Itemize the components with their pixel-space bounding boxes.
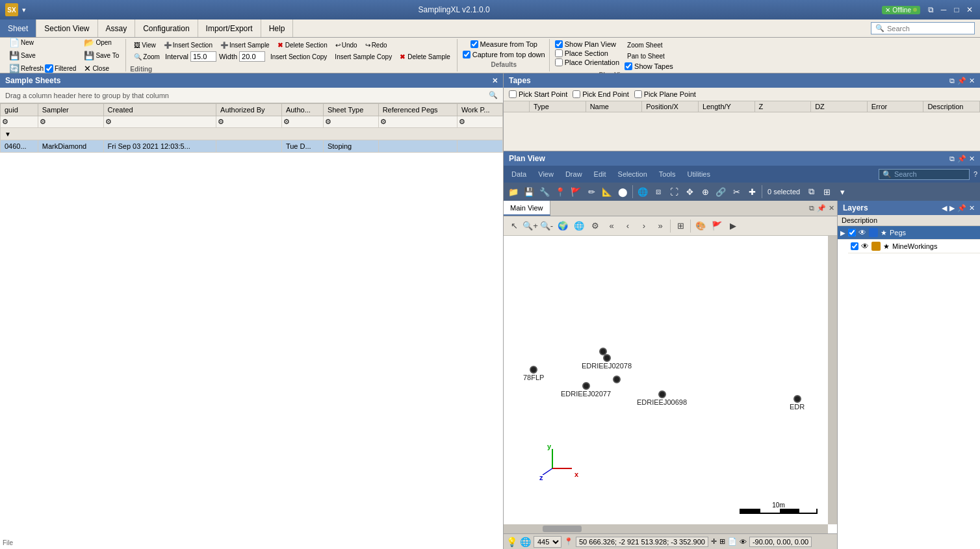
menu-tab-sheet[interactable]: Sheet	[0, 19, 36, 37]
save-to-button[interactable]: 💾 Save To	[81, 49, 122, 62]
plan-view-restore-btn[interactable]: ⧉	[949, 155, 955, 163]
mi-globe2-btn[interactable]: 🌐	[571, 218, 587, 234]
plan-view-close-btn[interactable]: ✕	[969, 155, 975, 163]
layer-eye-pegs[interactable]: 👁	[858, 228, 866, 237]
pv-search-box[interactable]: 🔍	[879, 169, 970, 180]
mi-back-back-btn[interactable]: «	[604, 218, 619, 234]
pt-open-btn[interactable]: 📁	[506, 185, 521, 199]
mi-gear-btn[interactable]: ⚙	[587, 218, 603, 234]
pt-crop-btn[interactable]: ⊕	[698, 185, 712, 199]
pt-settings-btn[interactable]: 🔧	[537, 185, 552, 199]
layers-forward-btn[interactable]: ▶	[949, 204, 955, 212]
measure-from-top-checkbox[interactable]	[471, 40, 478, 48]
eye-icon[interactable]: 👁	[740, 538, 747, 546]
mv-restore-btn[interactable]: ⧉	[809, 204, 814, 212]
layer-check-pegs[interactable]	[848, 229, 856, 236]
map-vertical-scrollbar[interactable]	[828, 236, 837, 524]
insert-sample-copy-button[interactable]: Insert Sample Copy	[332, 52, 394, 62]
pt-move-btn[interactable]: ✥	[682, 185, 697, 199]
tapes-col-error[interactable]: Error	[868, 101, 924, 112]
tapes-restore-btn[interactable]: ⧉	[949, 77, 955, 85]
col-header-authorized-by[interactable]: Authorized By	[216, 104, 282, 116]
pick-end-point-checkbox[interactable]	[573, 90, 580, 98]
col-header-work-p[interactable]: Work P...	[457, 104, 502, 116]
sample-sheets-close[interactable]: ✕	[492, 77, 498, 85]
map-area[interactable]: 78FLP EDRIEEJ02078 EDRIEEJ0	[504, 236, 837, 533]
tapes-col-type[interactable]: Type	[530, 101, 586, 112]
width-input[interactable]	[239, 51, 265, 62]
elevation-select[interactable]: 445	[534, 536, 561, 548]
col-header-created[interactable]: Created	[103, 104, 216, 116]
bottom-lightbulb-icon[interactable]: 💡	[506, 537, 517, 547]
pan-to-sheet-button[interactable]: Pan to Sheet	[625, 51, 673, 61]
redo-button[interactable]: ↪ Redo	[363, 40, 390, 50]
insert-section-copy-button[interactable]: Insert Section Copy	[268, 52, 329, 62]
show-plan-view-checkbox[interactable]	[555, 40, 563, 48]
plan-view-pin-btn[interactable]: 📌	[957, 155, 966, 163]
pt-location-btn[interactable]: 📍	[553, 185, 567, 199]
menu-tab-section-view[interactable]: Section View	[36, 19, 97, 37]
layer-check-mineworkings[interactable]	[851, 242, 858, 250]
layers-pin-btn[interactable]: 📌	[957, 204, 966, 212]
menu-search-input[interactable]	[887, 25, 970, 32]
pt-layers-btn[interactable]: ⧇	[651, 185, 665, 199]
tapes-col-position[interactable]: Position/X	[642, 101, 699, 112]
mi-cursor-btn[interactable]: ↖	[506, 218, 522, 234]
mi-zoom-out-btn[interactable]: 🔍-	[539, 218, 554, 234]
tapes-col-z[interactable]: Z	[755, 101, 812, 112]
capture-from-top-checkbox[interactable]	[463, 51, 471, 58]
tapes-col-name[interactable]: Name	[586, 101, 643, 112]
tapes-close-btn[interactable]: ✕	[969, 77, 975, 85]
pt-draw-btn[interactable]: ✏	[584, 185, 599, 199]
toggle-cell[interactable]: ▼	[1, 128, 503, 140]
col-header-referenced-pegs[interactable]: Referenced Pegs	[378, 104, 457, 116]
close-button-tb[interactable]: ✕ Close	[81, 62, 122, 75]
mi-forward-btn[interactable]: ›	[636, 218, 652, 234]
place-orientation-checkbox[interactable]	[555, 58, 563, 66]
scroll-thumb-horizontal[interactable]	[543, 526, 582, 532]
maximize-button[interactable]: □	[951, 5, 962, 15]
tapes-col-dz[interactable]: DZ	[811, 101, 868, 112]
pt-scissors-btn[interactable]: ✂	[729, 185, 743, 199]
map-horizontal-scrollbar[interactable]	[504, 524, 828, 533]
pv-tab-utilities[interactable]: Utilities	[682, 169, 716, 179]
insert-sample-button[interactable]: ➕ Insert Sample	[218, 40, 272, 50]
refresh-button[interactable]: 🔄 Refresh Filtered	[6, 62, 79, 75]
menu-search-box[interactable]: 🔍	[871, 22, 975, 34]
menu-tab-import-export[interactable]: Import/Export	[198, 19, 261, 37]
pick-start-point-checkbox[interactable]	[509, 90, 517, 98]
interval-input[interactable]	[190, 51, 216, 62]
mi-forward-forward-btn[interactable]: »	[652, 218, 668, 234]
insert-section-button[interactable]: ➕ Insert Section	[161, 40, 215, 50]
bottom-globe-icon[interactable]: 🌐	[520, 537, 531, 547]
pt-link-btn[interactable]: 🔗	[714, 185, 728, 199]
mi-globe1-btn[interactable]: 🌍	[555, 218, 571, 234]
col-header-guid[interactable]: guid	[1, 104, 38, 116]
view-button[interactable]: 🖼 View	[131, 40, 159, 50]
open-button[interactable]: 📂 Open	[81, 36, 122, 49]
delete-section-button[interactable]: ✖ Delete Section	[275, 40, 330, 50]
layer-eye-mineworkings[interactable]: 👁	[861, 242, 869, 251]
menu-tab-help[interactable]: Help	[261, 19, 294, 37]
pt-globe-btn[interactable]: 🌐	[636, 185, 650, 199]
mi-paint-btn[interactable]: 🎨	[693, 218, 708, 234]
pt-cursor-btn[interactable]: ⛶	[667, 185, 681, 199]
search-icon[interactable]: 🔍	[489, 91, 498, 99]
pt-more-btn[interactable]: ▾	[835, 185, 849, 199]
pt-measure-btn[interactable]: 📐	[600, 185, 614, 199]
mv-close-btn[interactable]: ✕	[829, 204, 834, 212]
mi-flag-btn[interactable]: 🚩	[709, 218, 725, 234]
close-button[interactable]: ✕	[964, 5, 975, 15]
undo-button[interactable]: ↩ Undo	[333, 40, 360, 50]
pt-save-btn[interactable]: 💾	[522, 185, 536, 199]
filtered-toggle[interactable]	[45, 64, 53, 73]
pt-grid-btn[interactable]: ⊞	[819, 185, 834, 199]
menu-tab-assay[interactable]: Assay	[98, 19, 136, 37]
tapes-col-length[interactable]: Length/Y	[699, 101, 755, 112]
pv-tab-edit[interactable]: Edit	[589, 169, 612, 179]
mi-arrow-btn[interactable]: ▶	[725, 218, 741, 234]
pv-tab-data[interactable]: Data	[506, 169, 532, 179]
col-header-autho[interactable]: Autho...	[281, 104, 323, 116]
mv-pin-btn[interactable]: 📌	[817, 204, 826, 212]
menu-tab-configuration[interactable]: Configuration	[135, 19, 198, 37]
